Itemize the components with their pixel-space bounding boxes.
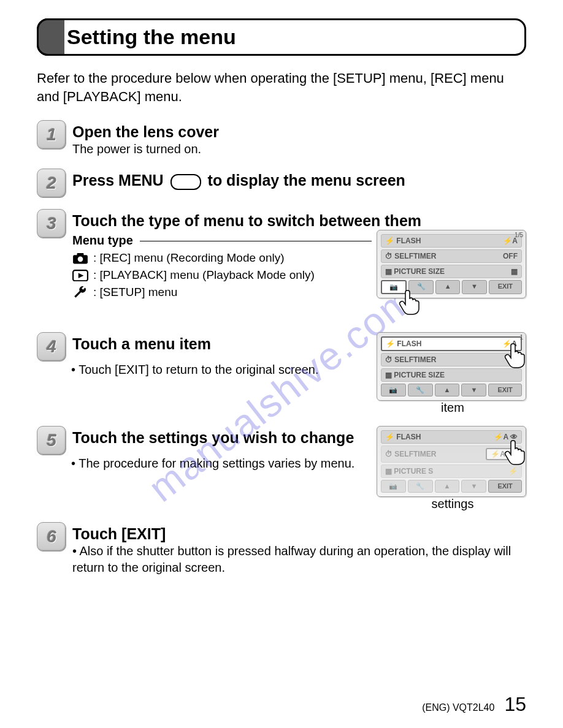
screen-3-row-1: ⚡ FLASH⚡A <box>381 234 522 248</box>
intro-text: Refer to the procedure below when operat… <box>37 69 526 105</box>
menu-type-playback-label: [PLAYBACK] menu (Playback Mode only) <box>100 268 315 282</box>
step-4: 4 Touch a menu item • Touch [EXIT] to re… <box>37 332 526 415</box>
page: manualshive.com Setting the menu Refer t… <box>0 0 563 728</box>
menu-button-icon <box>170 174 201 190</box>
play-icon <box>72 268 88 282</box>
screen-3-btn-down: ▼ <box>462 280 486 294</box>
step-6-title: Touch [EXIT] <box>72 522 526 543</box>
step-1-body: The power is turned on. <box>72 141 526 157</box>
footer: (ENG) VQT2L40 15 <box>422 693 526 716</box>
svg-rect-1 <box>77 253 84 256</box>
screen-3-row-3: ▦ PICTURE SIZE▦ <box>381 265 522 278</box>
step-6-body: • Also if the shutter button is pressed … <box>72 543 526 576</box>
step-number-1: 1 <box>37 120 66 150</box>
hand-icon <box>396 286 426 316</box>
screen-3-page: 1/5 <box>515 232 523 238</box>
step-number-3: 3 <box>37 209 66 238</box>
screen-step-4: 1 ⚡ FLASH⚡A ⏱ SELFTIMER ▦ PICTURE SIZE 📷… <box>377 332 526 401</box>
hand-icon <box>501 339 532 370</box>
step-number-6: 6 <box>37 522 66 552</box>
step-2-title-after: to display the menu screen <box>208 172 405 189</box>
menu-type-rec: : [REC] menu (Recording Mode only) <box>72 251 372 265</box>
step-4-title: Touch a menu item <box>72 332 211 353</box>
camera-icon <box>72 251 88 265</box>
step-5-title: Touch the settings you wish to change <box>72 426 354 447</box>
screen-5-btn-wrench: 🔧 <box>408 480 433 493</box>
step-4-body: • Touch [EXIT] to return to the original… <box>71 362 372 378</box>
step-3-title: Touch the type of menu to switch between… <box>72 209 526 230</box>
screen-4-row-3: ▦ PICTURE SIZE <box>381 368 522 382</box>
title-box: Setting the menu <box>37 18 526 56</box>
screen-4-btn-wrench: 🔧 <box>408 384 433 396</box>
screen-4-btn-camera: 📷 <box>381 384 406 396</box>
screen-4-buttons: 📷 🔧 ▲ ▼ EXIT <box>381 384 522 396</box>
step-5-body: • The procedure for making settings vari… <box>71 455 372 472</box>
step-3: 3 Touch the type of menu to switch betwe… <box>37 209 526 303</box>
screen-5-btn-down: ▼ <box>461 480 486 493</box>
screen-4-btn-up: ▲ <box>435 384 460 396</box>
page-number: 15 <box>504 693 526 716</box>
step-number-4: 4 <box>37 332 66 362</box>
menu-type-subtitle: Menu type <box>72 233 372 248</box>
step-2: 2 Press MENU to display the menu screen <box>37 169 526 198</box>
screen-4-btn-down: ▼ <box>461 384 486 396</box>
page-title: Setting the menu <box>67 25 512 49</box>
footer-code: (ENG) VQT2L40 <box>422 702 494 713</box>
screen-5-row-3: ▦ PICTURE S⚡ <box>381 464 522 478</box>
menu-type-setup: : [SETUP] menu <box>72 286 372 299</box>
svg-point-2 <box>78 256 83 262</box>
step-1: 1 Open the lens cover The power is turne… <box>37 120 526 157</box>
wrench-icon <box>72 286 88 299</box>
title-tab <box>37 18 64 56</box>
menu-types-list: : [REC] menu (Recording Mode only) : [PL… <box>72 251 372 299</box>
hand-icon <box>501 436 532 466</box>
step-1-title: Open the lens cover <box>72 120 526 141</box>
step-number-2: 2 <box>37 169 66 198</box>
screen-step-5: ⚡ FLASH⚡A 👁 ⏱ SELFTIMER⚡A👁 ▦ PICTURE S⚡ … <box>377 426 526 497</box>
screen-4-btn-exit: EXIT <box>488 384 522 396</box>
step-5: 5 Touch the settings you wish to change … <box>37 426 526 511</box>
step-6: 6 Touch [EXIT] • Also if the shutter but… <box>37 522 526 576</box>
menu-type-setup-label: [SETUP] menu <box>100 286 178 299</box>
screen-3-btn-exit: EXIT <box>489 280 522 294</box>
screen-5-btn-up: ▲ <box>435 480 460 493</box>
screen-5-btn-camera: 📷 <box>381 480 406 493</box>
screen-step-3: 1/5 ⚡ FLASH⚡A ⏱ SELFTIMEROFF ▦ PICTURE S… <box>377 230 526 298</box>
menu-type-playback: : [PLAYBACK] menu (Playback Mode only) <box>72 268 372 282</box>
screen-3-btn-up: ▲ <box>435 280 460 294</box>
screen-5-buttons: 📷 🔧 ▲ ▼ EXIT <box>381 480 522 493</box>
menu-type-rec-label: [REC] menu (Recording Mode only) <box>100 251 285 265</box>
step-number-5: 5 <box>37 426 66 455</box>
step-2-title: Press MENU to display the menu screen <box>72 169 405 189</box>
screen-3-row-2: ⏱ SELFTIMEROFF <box>381 249 522 263</box>
screen-5-btn-exit: EXIT <box>488 480 522 493</box>
step-2-title-before: Press MENU <box>72 172 164 189</box>
